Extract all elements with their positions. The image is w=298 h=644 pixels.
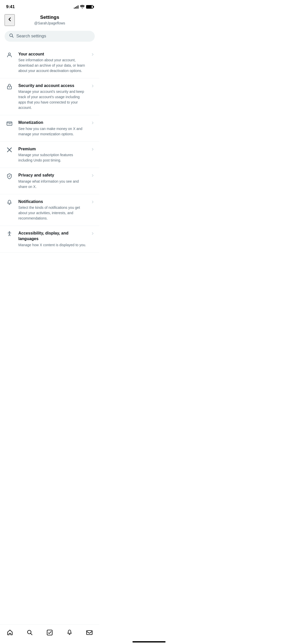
- chevron-right-icon: [91, 51, 95, 58]
- your-account-title: Your account: [18, 51, 87, 57]
- settings-item-notifications[interactable]: Notifications Select the kinds of notifi…: [0, 194, 99, 226]
- page-title: Settings: [40, 14, 59, 21]
- accessibility-title: Accessibility, display, and languages: [18, 230, 87, 242]
- wifi-icon: [80, 5, 85, 9]
- status-time: 9:41: [6, 4, 15, 9]
- signal-icon: [74, 5, 78, 9]
- page-header: Settings @SarahJpageflows: [0, 12, 99, 28]
- security-desc: Manage your account's security and keep …: [18, 89, 87, 110]
- chevron-right-icon: [91, 83, 95, 89]
- settings-list: Your account See information about your …: [0, 47, 99, 278]
- money-icon: [5, 120, 14, 126]
- search-input-placeholder: Search settings: [16, 34, 46, 39]
- svg-rect-6: [9, 124, 11, 124]
- your-account-text: Your account See information about your …: [18, 51, 87, 74]
- settings-item-premium[interactable]: Premium Manage your subscription feature…: [0, 142, 99, 168]
- battery-icon: [86, 5, 93, 9]
- chevron-right-icon: [91, 199, 95, 205]
- search-bar-container: Search settings: [0, 28, 99, 47]
- your-account-desc: See information about your account, down…: [18, 57, 87, 74]
- settings-item-privacy-safety[interactable]: Privacy and safety Manage what informati…: [0, 168, 99, 194]
- settings-item-monetization[interactable]: Monetization See how you can make money …: [0, 115, 99, 141]
- privacy-title: Privacy and safety: [18, 172, 87, 178]
- notifications-desc: Select the kinds of notifications you ge…: [18, 205, 87, 221]
- privacy-desc: Manage what information you see and shar…: [18, 179, 87, 189]
- svg-point-5: [8, 124, 8, 124]
- chevron-right-icon: [91, 146, 95, 153]
- chevron-right-icon: [91, 172, 95, 179]
- settings-item-accessibility[interactable]: Accessibility, display, and languages Ma…: [0, 226, 99, 253]
- x-logo-icon: [5, 146, 14, 153]
- premium-title: Premium: [18, 146, 87, 152]
- shield-icon: [5, 172, 14, 179]
- page-subtitle: @SarahJpageflows: [34, 21, 65, 25]
- status-icons: [74, 5, 93, 9]
- chevron-right-icon: [91, 230, 95, 237]
- svg-point-3: [9, 87, 10, 88]
- settings-item-your-account[interactable]: Your account See information about your …: [0, 47, 99, 78]
- accessibility-desc: Manage how X content is displayed to you…: [18, 242, 87, 248]
- lock-icon: [5, 83, 14, 90]
- search-icon: [9, 33, 14, 39]
- monetization-desc: See how you can make money on X and mana…: [18, 126, 87, 137]
- status-bar: 9:41: [0, 0, 99, 12]
- premium-text: Premium Manage your subscription feature…: [18, 146, 87, 163]
- settings-item-security[interactable]: Security and account access Manage your …: [0, 78, 99, 115]
- monetization-title: Monetization: [18, 120, 87, 125]
- svg-point-7: [9, 232, 10, 232]
- svg-point-1: [8, 53, 10, 55]
- privacy-text: Privacy and safety Manage what informati…: [18, 172, 87, 189]
- notifications-title: Notifications: [18, 199, 87, 204]
- notifications-text: Notifications Select the kinds of notifi…: [18, 199, 87, 221]
- accessibility-icon: [5, 230, 14, 237]
- back-button[interactable]: [5, 14, 15, 26]
- accessibility-text: Accessibility, display, and languages Ma…: [18, 230, 87, 248]
- security-text: Security and account access Manage your …: [18, 83, 87, 110]
- search-bar[interactable]: Search settings: [5, 31, 95, 42]
- bell-icon: [5, 199, 14, 206]
- monetization-text: Monetization See how you can make money …: [18, 120, 87, 137]
- chevron-right-icon: [91, 120, 95, 126]
- security-title: Security and account access: [18, 83, 87, 89]
- premium-desc: Manage your subscription features includ…: [18, 152, 87, 163]
- person-icon: [5, 51, 14, 58]
